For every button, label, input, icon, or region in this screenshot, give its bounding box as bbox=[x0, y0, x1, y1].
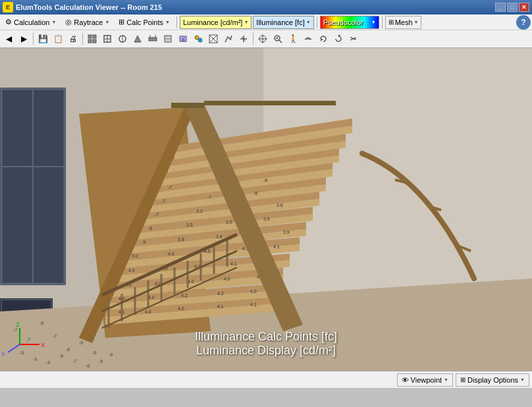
pseudocolor-dropdown[interactable]: Pseudocolor ▼ bbox=[320, 16, 379, 29]
viewpoint-dropdown-arrow: ▼ bbox=[444, 377, 448, 382]
eye-icon: 👁 bbox=[402, 376, 409, 384]
title-bar: E ElumTools Calculation Viewer -- Room 2… bbox=[0, 0, 532, 14]
svg-text:-8: -8 bbox=[40, 321, 43, 325]
forward-button[interactable]: ▶ bbox=[16, 32, 31, 46]
print-button[interactable]: 🖨 bbox=[66, 32, 80, 46]
svg-text:-7: -7 bbox=[155, 212, 159, 217]
svg-rect-147 bbox=[171, 103, 204, 108]
walk-button[interactable]: 🚶 bbox=[286, 32, 300, 46]
sep3 bbox=[382, 16, 383, 28]
display-options-icon: ⊞ bbox=[460, 376, 466, 383]
window-controls: _ □ ✕ bbox=[495, 3, 529, 12]
zoom-button[interactable] bbox=[271, 32, 285, 46]
sep1 bbox=[176, 16, 177, 28]
scissors-button[interactable]: ✂ bbox=[346, 32, 361, 46]
display-icon9[interactable] bbox=[206, 32, 221, 46]
svg-text:3.9: 3.9 bbox=[178, 237, 184, 242]
svg-text:-8: -8 bbox=[20, 350, 24, 355]
svg-rect-0 bbox=[88, 35, 92, 38]
svg-text:4.2: 4.2 bbox=[181, 293, 188, 298]
display-icon7[interactable]: E bbox=[176, 32, 190, 46]
svg-text:4.1: 4.1 bbox=[273, 244, 280, 249]
svg-text:-9: -9 bbox=[79, 340, 83, 345]
calc-points-menu[interactable]: ⊞ Calc Points ▼ bbox=[115, 16, 174, 29]
3d-scene: -7 -7 -8 -7 -8 -9 -9 -8 -9 -9 -8 -7 -8 -… bbox=[0, 48, 532, 371]
svg-text:-7: -7 bbox=[72, 359, 76, 364]
calc-dropdown-arrow: ▼ bbox=[51, 20, 56, 24]
sep4 bbox=[33, 33, 34, 45]
svg-rect-2 bbox=[88, 40, 92, 43]
svg-rect-10 bbox=[149, 38, 157, 41]
svg-text:3.9: 3.9 bbox=[283, 230, 290, 234]
display-icon10[interactable] bbox=[221, 32, 236, 46]
svg-text:3.5: 3.5 bbox=[186, 223, 193, 227]
svg-text:-8: -8 bbox=[86, 364, 90, 368]
fly-button[interactable] bbox=[301, 32, 315, 46]
svg-text:4.0: 4.0 bbox=[145, 310, 151, 314]
svg-text:-8: -8 bbox=[253, 191, 257, 196]
close-button[interactable]: ✕ bbox=[519, 3, 529, 12]
svg-text:X: X bbox=[41, 342, 45, 348]
svg-text:4.1: 4.1 bbox=[217, 304, 224, 309]
svg-text:-9: -9 bbox=[142, 240, 146, 244]
svg-text:4.0: 4.0 bbox=[250, 289, 257, 294]
illuminance-dropdown[interactable]: Illuminance [fc] ▼ bbox=[253, 16, 313, 29]
calculation-menu[interactable]: ⚙ Calculation ▼ bbox=[1, 16, 60, 29]
rotate-button[interactable] bbox=[316, 32, 331, 46]
svg-text:-9: -9 bbox=[109, 352, 113, 357]
maximize-button[interactable]: □ bbox=[507, 3, 518, 12]
mesh-dropdown[interactable]: ⊞ Mesh ▼ bbox=[385, 16, 422, 29]
display-icon5[interactable] bbox=[146, 32, 160, 46]
svg-text:-8: -8 bbox=[148, 226, 152, 231]
calc-icon: ⚙ bbox=[5, 18, 12, 26]
display-icon4[interactable] bbox=[130, 32, 145, 46]
svg-line-29 bbox=[279, 40, 282, 43]
display-icon11[interactable] bbox=[236, 32, 251, 46]
svg-marker-9 bbox=[134, 36, 141, 42]
svg-text:3.9: 3.9 bbox=[216, 234, 223, 239]
svg-text:3.8: 3.8 bbox=[277, 203, 283, 207]
help-button[interactable]: ? bbox=[516, 15, 531, 30]
display-icon8[interactable] bbox=[191, 32, 205, 46]
save-button[interactable]: 💾 bbox=[36, 32, 50, 46]
svg-rect-148 bbox=[204, 101, 336, 105]
svg-text:4.1: 4.1 bbox=[230, 261, 237, 266]
display-options-dropdown-arrow: ▼ bbox=[520, 377, 525, 382]
display-icon2[interactable] bbox=[100, 32, 115, 46]
back-button[interactable]: ◀ bbox=[1, 32, 16, 46]
svg-text:Y: Y bbox=[1, 351, 5, 358]
toolbar-area: ⚙ Calculation ▼ ◎ Raytrace ▼ ⊞ Calc Poin… bbox=[0, 14, 532, 48]
refresh-button[interactable] bbox=[331, 32, 346, 46]
raytrace-dropdown-arrow: ▼ bbox=[105, 20, 109, 24]
svg-text:-7: -7 bbox=[161, 199, 165, 204]
window-title: ElumTools Calculation Viewer -- Room 215 bbox=[16, 3, 162, 11]
svg-marker-32 bbox=[321, 39, 323, 41]
svg-text:4.2: 4.2 bbox=[217, 291, 224, 296]
svg-text:-9: -9 bbox=[99, 359, 103, 364]
minimize-button[interactable]: _ bbox=[495, 3, 506, 12]
sep5 bbox=[82, 33, 83, 45]
crosshair-button[interactable] bbox=[255, 32, 270, 46]
svg-text:-7: -7 bbox=[207, 195, 211, 200]
svg-text:-7: -7 bbox=[53, 334, 57, 339]
calcpoints-icon: ⊞ bbox=[119, 18, 124, 26]
svg-text:-9: -9 bbox=[46, 360, 50, 365]
svg-text:-9: -9 bbox=[92, 350, 96, 355]
svg-rect-1 bbox=[93, 35, 96, 38]
svg-text:4.0: 4.0 bbox=[168, 252, 174, 256]
copy-button[interactable]: 📋 bbox=[51, 32, 65, 46]
svg-text:3.0: 3.0 bbox=[132, 254, 138, 258]
display-icon1[interactable] bbox=[85, 32, 99, 46]
svg-text:3.9: 3.9 bbox=[263, 217, 270, 221]
display-icon6[interactable] bbox=[161, 32, 175, 46]
display-icon3[interactable] bbox=[115, 32, 130, 46]
svg-text:-8: -8 bbox=[59, 354, 63, 358]
svg-rect-3 bbox=[93, 40, 96, 43]
toolbar-row1: ⚙ Calculation ▼ ◎ Raytrace ▼ ⊞ Calc Poin… bbox=[0, 14, 532, 30]
luminance-dropdown[interactable]: Luminance [cd/m²] ▼ bbox=[180, 16, 252, 29]
raytrace-menu[interactable]: ◎ Raytrace ▼ bbox=[61, 16, 113, 29]
svg-text:-7: -7 bbox=[168, 185, 172, 190]
viewpoint-button[interactable]: 👁 Viewpoint ▼ bbox=[397, 373, 453, 387]
display-options-button[interactable]: ⊞ Display Options ▼ bbox=[456, 373, 529, 387]
svg-text:4.0: 4.0 bbox=[128, 268, 135, 273]
